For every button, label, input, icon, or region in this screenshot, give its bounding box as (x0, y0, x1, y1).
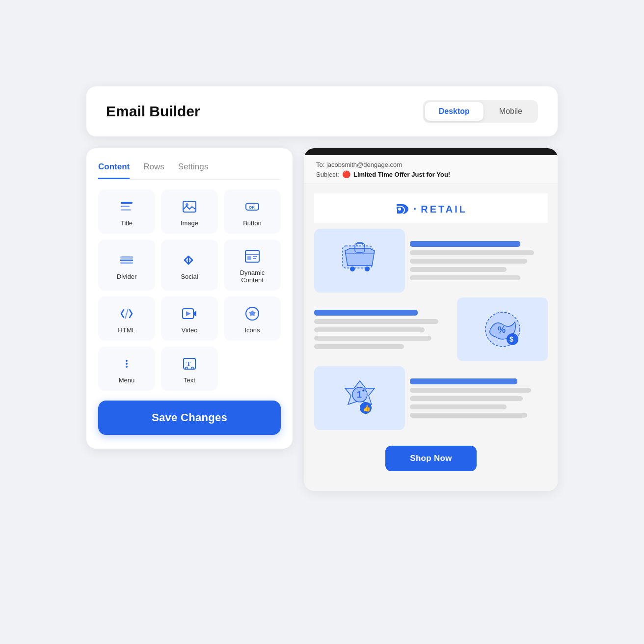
tab-settings[interactable]: Settings (178, 162, 208, 179)
text-line (410, 413, 527, 418)
shop-now-container: Shop Now (314, 435, 548, 481)
svg-point-30 (365, 267, 370, 271)
email-topbar (304, 148, 558, 155)
social-icon (182, 252, 197, 268)
grid-item-button[interactable]: OK Button (224, 189, 281, 234)
grid-item-divider[interactable]: Divider (98, 240, 155, 291)
svg-marker-18 (186, 311, 191, 316)
svg-rect-26 (191, 367, 193, 369)
text-line (314, 336, 431, 341)
svg-point-21 (126, 363, 128, 365)
svg-rect-11 (245, 250, 259, 262)
email-row-1 (314, 229, 548, 293)
svg-text:👍: 👍 (363, 404, 371, 412)
text-line (410, 275, 520, 280)
svg-text:1: 1 (357, 390, 362, 400)
grid-item-title[interactable]: Title (98, 189, 155, 234)
discount-illustration: % $ (478, 307, 527, 351)
grid-item-video-label: Video (181, 326, 197, 334)
svg-rect-3 (183, 201, 196, 212)
email-image-discount: % $ (457, 297, 548, 361)
email-row-3: 1 + 👍 (314, 366, 548, 430)
icons-icon (244, 306, 260, 322)
text-line (410, 404, 507, 409)
save-changes-button[interactable]: Save Changes (98, 401, 281, 435)
grid-item-text-label: Text (184, 376, 195, 384)
text-line (314, 344, 404, 349)
grid-item-menu[interactable]: Menu (98, 347, 155, 391)
svg-text:OK: OK (249, 205, 255, 210)
subject-icon: 🔴 (342, 170, 350, 178)
svg-rect-25 (186, 367, 188, 369)
email-row-2: % $ (314, 297, 548, 361)
text-line (410, 241, 520, 247)
app-container: Email Builder Desktop Mobile Content Row… (86, 86, 558, 558)
button-icon: OK (244, 199, 260, 215)
email-preview-panel: To: jacobsmith@dengage.com Subject: 🔴 Li… (304, 148, 558, 491)
svg-rect-13 (247, 256, 251, 260)
brand-name: · RETAIL (314, 201, 548, 217)
svg-text:+: + (362, 388, 365, 393)
svg-rect-1 (121, 206, 130, 207)
brand-header: · RETAIL (314, 193, 548, 223)
grid-item-icons-label: Icons (244, 326, 260, 334)
svg-rect-7 (120, 256, 133, 259)
email-meta: To: jacobsmith@dengage.com Subject: 🔴 Li… (304, 155, 558, 184)
grid-item-social[interactable]: Social (161, 240, 218, 291)
main-row: Content Rows Settings Title (86, 148, 558, 491)
html-icon (119, 306, 134, 322)
svg-point-27 (398, 208, 401, 211)
text-line (410, 267, 507, 272)
tab-rows[interactable]: Rows (143, 162, 164, 179)
grid-item-button-label: Button (243, 219, 262, 227)
email-subject: Subject: 🔴 Limited Time Offer Just for Y… (316, 170, 546, 178)
svg-rect-0 (121, 202, 133, 204)
header-card: Email Builder Desktop Mobile (86, 86, 558, 136)
grid-item-divider-label: Divider (117, 273, 136, 280)
grid-item-html-label: HTML (118, 326, 135, 334)
subject-label: Subject: (316, 171, 339, 178)
svg-point-20 (126, 360, 128, 362)
svg-text:%: % (498, 325, 506, 335)
desktop-toggle[interactable]: Desktop (425, 102, 483, 121)
grid-item-dynamic[interactable]: Dynamic Content (224, 240, 281, 291)
grid-item-social-label: Social (181, 273, 198, 280)
svg-rect-8 (120, 262, 133, 264)
brand-text: RETAIL (421, 204, 467, 215)
grid-item-title-label: Title (121, 219, 133, 227)
mobile-toggle[interactable]: Mobile (485, 102, 536, 121)
grid-item-image-label: Image (181, 219, 198, 227)
divider-icon (119, 252, 134, 268)
svg-point-29 (350, 267, 355, 271)
grid-item-text[interactable]: T Text (161, 347, 218, 391)
tabs-row: Content Rows Settings (98, 162, 281, 180)
text-line (314, 327, 425, 332)
title-icon (119, 199, 134, 215)
email-text-block-1 (410, 229, 548, 293)
brand-prefix: · (413, 203, 418, 215)
grid-item-image[interactable]: Image (161, 189, 218, 234)
svg-line-16 (125, 309, 128, 319)
text-line (410, 378, 517, 384)
shop-now-button[interactable]: Shop Now (385, 446, 477, 471)
grid-item-dynamic-label: Dynamic Content (229, 269, 276, 284)
email-image-cart (314, 229, 405, 293)
tab-content[interactable]: Content (98, 162, 130, 179)
view-toggle: Desktop Mobile (423, 100, 538, 123)
svg-rect-2 (121, 209, 131, 211)
grid-item-menu-label: Menu (119, 376, 135, 384)
brand-logo-icon (395, 201, 410, 217)
badge-illustration: 1 + 👍 (335, 376, 384, 420)
left-panel: Content Rows Settings Title (86, 148, 293, 449)
video-icon (182, 306, 197, 322)
svg-text:$: $ (510, 335, 513, 343)
app-title: Email Builder (106, 103, 200, 120)
text-line (314, 319, 438, 324)
email-body: · RETAIL (304, 184, 558, 491)
grid-item-icons[interactable]: Icons (224, 296, 281, 341)
grid-item-video[interactable]: Video (161, 296, 218, 341)
text-line (410, 396, 523, 401)
svg-text:T: T (187, 360, 191, 367)
dynamic-icon (244, 248, 260, 264)
grid-item-html[interactable]: HTML (98, 296, 155, 341)
